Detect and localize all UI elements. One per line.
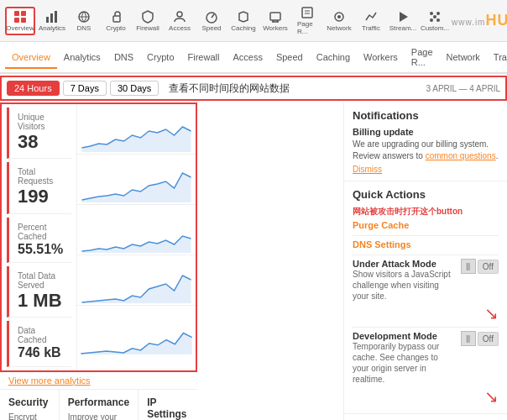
svg-rect-3 (21, 18, 26, 23)
ip-title: IP Settings (147, 396, 189, 420)
svg-rect-6 (55, 11, 57, 23)
chart-data-served (77, 255, 196, 306)
svg-marker-22 (400, 12, 408, 22)
attack-annotation: 网站被攻击时打开这个button (353, 206, 499, 218)
svg-rect-17 (302, 8, 312, 18)
dev-mode-pause-btn[interactable]: || (461, 331, 476, 346)
main-content: Unique Visitors 38 Total Requests 199 Pe… (0, 102, 507, 420)
stats-charts: Unique Visitors 38 Total Requests 199 Pe… (0, 102, 197, 372)
tab-bar: Overview Analytics DNS Crypto Firewall A… (0, 42, 507, 74)
tab-analytics[interactable]: Analytics (57, 47, 107, 69)
stat-value: 199 (18, 186, 63, 207)
left-panel: Unique Visitors 38 Total Requests 199 Pe… (0, 102, 197, 420)
nav-traffic[interactable]: Traffic (356, 8, 386, 34)
dismiss-link[interactable]: Dismiss (353, 165, 499, 174)
tab-page-rules[interactable]: Page R... (405, 42, 440, 74)
stats-column: Unique Visitors 38 Total Requests 199 Pe… (2, 104, 77, 370)
purge-cache-link[interactable]: Purge Cache (353, 220, 409, 230)
nav-speed[interactable]: Speed (196, 8, 227, 34)
under-attack-off-btn[interactable]: Off (478, 260, 499, 274)
tab-access[interactable]: Access (226, 47, 269, 69)
nav-access[interactable]: Access (165, 8, 195, 34)
under-attack-pause-btn[interactable]: || (461, 259, 476, 274)
view-more-analytics[interactable]: View more analytics (0, 372, 197, 389)
chart-visitors (77, 104, 196, 155)
stat-value: 1 MB (18, 290, 63, 312)
svg-rect-5 (50, 13, 53, 23)
tab-traffic[interactable]: Traffic (487, 47, 507, 69)
tab-dns[interactable]: DNS (107, 47, 140, 69)
security-text: Encrypt traffic to and from your website (8, 412, 50, 420)
stat-value: 746 kB (18, 344, 63, 360)
stat-value: 38 (18, 131, 63, 153)
charts-column (77, 104, 196, 370)
performance-title: Performance (68, 396, 129, 408)
stat-label: Data Cached (18, 326, 63, 344)
tab-caching[interactable]: Caching (310, 47, 357, 69)
common-questions-link[interactable]: common questions (426, 151, 496, 160)
svg-point-26 (430, 18, 433, 22)
dev-mode-off-btn[interactable]: Off (478, 332, 499, 346)
under-attack-title: Under Attack Mode (353, 259, 454, 269)
under-attack-desc: Show visitors a JavaScript challenge whe… (353, 269, 454, 302)
svg-point-27 (436, 18, 440, 22)
purge-cache-action: Purge Cache (353, 220, 499, 230)
performance-text: Improve your website's performance (68, 412, 129, 420)
svg-rect-2 (14, 18, 19, 23)
nav-caching[interactable]: Caching (228, 8, 259, 34)
under-attack-labels: Under Attack Mode Show visitors a JavaSc… (353, 259, 454, 302)
quick-actions-title: Quick Actions (353, 188, 499, 201)
svg-rect-9 (113, 16, 120, 22)
svg-point-25 (436, 12, 440, 15)
nav-firewall[interactable]: Firewall (133, 8, 163, 34)
time-24h[interactable]: 24 Hours (7, 81, 60, 96)
stat-unique-visitors: Unique Visitors 38 (7, 108, 71, 159)
tab-speed[interactable]: Speed (269, 47, 310, 69)
svg-point-23 (433, 15, 436, 18)
performance-card: Performance Improve your website's perfo… (60, 390, 139, 420)
under-attack-toggle[interactable]: || Off (461, 259, 499, 274)
brand: www.imHUNK.com (452, 12, 507, 29)
nav-overview[interactable]: Overview (5, 7, 35, 35)
dev-mode-desc: Temporarily bypass our cache. See change… (353, 341, 454, 385)
stat-total-data: Total Data Served 1 MB (7, 266, 71, 318)
tab-network[interactable]: Network (440, 47, 487, 69)
nav-dns[interactable]: DNS (69, 8, 99, 34)
nav-page-rules[interactable]: Page R... (292, 3, 322, 38)
quick-actions-section: Quick Actions 网站被攻击时打开这个button Purge Cac… (344, 181, 507, 414)
stat-data-cached: Data Cached 746 kB (7, 321, 71, 366)
bottom-cards: Security Encrypt traffic to and from you… (0, 389, 197, 420)
dev-mode-toggle[interactable]: || Off (461, 331, 499, 346)
stat-percent-cached: Percent Cached 55.51% (7, 218, 71, 263)
time-7d[interactable]: 7 Days (63, 81, 107, 96)
dev-arrow: ↘ (353, 386, 499, 407)
development-mode: Development Mode Temporarily bypass our … (353, 331, 499, 385)
tab-crypto[interactable]: Crypto (140, 47, 180, 69)
qa-divider (353, 235, 499, 236)
svg-rect-13 (270, 13, 280, 20)
nav-stream[interactable]: Stream... (388, 8, 418, 34)
tab-overview[interactable]: Overview (5, 47, 57, 69)
qa-divider2 (353, 255, 499, 255)
nav-workers[interactable]: Workers (260, 8, 290, 34)
stat-label: Total Requests (18, 167, 63, 186)
tab-firewall[interactable]: Firewall (181, 47, 227, 69)
dev-mode-labels: Development Mode Temporarily bypass our … (353, 331, 454, 385)
nav-analytics[interactable]: Analytics (37, 8, 67, 34)
qa-divider3 (353, 327, 499, 328)
svg-point-21 (337, 15, 341, 18)
chart-cached (77, 205, 196, 255)
time-30d[interactable]: 30 Days (110, 81, 159, 96)
nav-crypto[interactable]: Crypto (101, 8, 131, 34)
stat-label: Total Data Served (18, 271, 63, 290)
date-range: 3 APRIL — 4 APRIL (426, 84, 500, 93)
notifications-title: Notifications (353, 109, 499, 122)
nav-network[interactable]: Network (324, 8, 354, 34)
dns-settings-link[interactable]: DNS Settings (353, 239, 411, 249)
domain-registration-section: Domain Registration Status: Unknown Regi… (344, 414, 507, 420)
billing-update: Billing update We are upgrading our bill… (353, 127, 499, 174)
nav-custom[interactable]: Custom... (420, 8, 450, 34)
under-attack-mode: Under Attack Mode Show visitors a JavaSc… (353, 259, 499, 302)
tab-workers[interactable]: Workers (357, 47, 405, 69)
stat-total-requests: Total Requests 199 (7, 162, 71, 213)
